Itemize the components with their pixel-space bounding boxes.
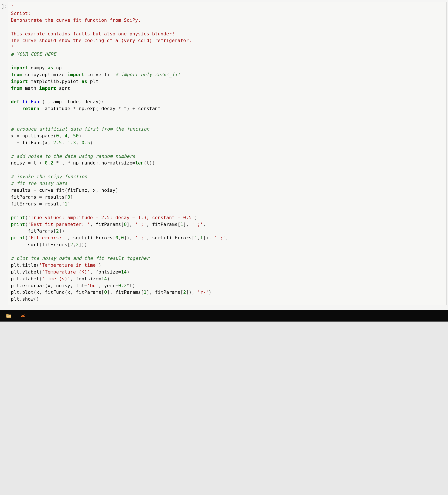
code-line: plt.show(): [11, 296, 444, 302]
code-line: fitParams[2]): [11, 228, 444, 234]
code-line: # fit the noisy data: [11, 180, 444, 187]
code-line: x = np.linspace(0, 4, 50): [11, 133, 444, 139]
code-line: plt.xlabel('time (s)', fontsize=14): [11, 275, 444, 282]
code-editor[interactable]: '''Script:Demonstrate the curve_fit func…: [8, 2, 447, 305]
code-line: This example contains faults but also on…: [11, 30, 444, 37]
code-line: [11, 207, 444, 214]
code-line: The curve should show the cooling of a (…: [11, 37, 444, 44]
file-explorer-icon[interactable]: [6, 313, 12, 318]
svg-rect-1: [6, 314, 9, 315]
code-line: # plot the noisy data and the fit result…: [11, 255, 444, 262]
code-line: from scipy.optimize import curve_fit # i…: [11, 71, 444, 78]
code-line: plt.title('Temperature in time'): [11, 262, 444, 269]
code-line: # add noise to the data using random num…: [11, 153, 444, 160]
code-line: ''': [11, 3, 444, 10]
jupyter-icon[interactable]: [20, 313, 26, 318]
code-line: [11, 119, 444, 126]
code-line: # invoke the scipy function: [11, 173, 444, 180]
code-line: return -amplitude * np.exp(-decay * t) +…: [11, 105, 444, 112]
code-line: Script:: [11, 10, 444, 17]
svg-rect-2: [7, 316, 9, 316]
code-line: [11, 92, 444, 98]
notebook-input-cell: ]: '''Script:Demonstrate the curve_fit f…: [0, 0, 448, 310]
code-line: ''': [11, 44, 444, 51]
code-line: [11, 24, 444, 30]
code-line: def fitFunc(t, amplitude, decay):: [11, 98, 444, 105]
taskbar: [0, 310, 448, 322]
code-line: [11, 146, 444, 153]
code-line: [11, 166, 444, 173]
code-line: plt.plot(x, fitFunc(x, fitParams[0], fit…: [11, 289, 444, 296]
code-line: print('Best fit parameter: ', fitParams[…: [11, 221, 444, 228]
code-line: print('True values: amplitude = 2.5; dec…: [11, 214, 444, 221]
code-line: noisy = t + 0.2 * t * np.random.normal(s…: [11, 160, 444, 166]
code-line: import matplotlib.pyplot as plt: [11, 78, 444, 85]
code-line: fitParams = results[0]: [11, 194, 444, 201]
code-line: # produce artificial data first from the…: [11, 126, 444, 133]
code-line: plt.ylabel('Temperature (K)', fontsize=1…: [11, 269, 444, 275]
code-line: import numpy as np: [11, 64, 444, 71]
code-line: results = curve_fit(fitFunc, x, noisy): [11, 187, 444, 194]
code-line: # YOUR CODE HERE: [11, 51, 444, 58]
code-line: [11, 248, 444, 255]
code-line: Demonstrate the curve_fit function from …: [11, 17, 444, 24]
code-line: t = fitFunc(x, 2.5, 1.3, 0.5): [11, 139, 444, 146]
code-line: print('Fit errors: ', sqrt(fitErrors[0,0…: [11, 234, 444, 241]
code-line: [11, 112, 444, 119]
code-line: sqrt(fitErrors[2,2])): [11, 241, 444, 248]
code-line: fitErrors = result[1]: [11, 201, 444, 207]
cell-prompt: ]:: [0, 2, 7, 10]
code-line: from math import sqrt: [11, 85, 444, 92]
code-line: plt.errorbar(x, noisy, fmt='bo', yerr=0.…: [11, 282, 444, 289]
code-line: [11, 58, 444, 64]
